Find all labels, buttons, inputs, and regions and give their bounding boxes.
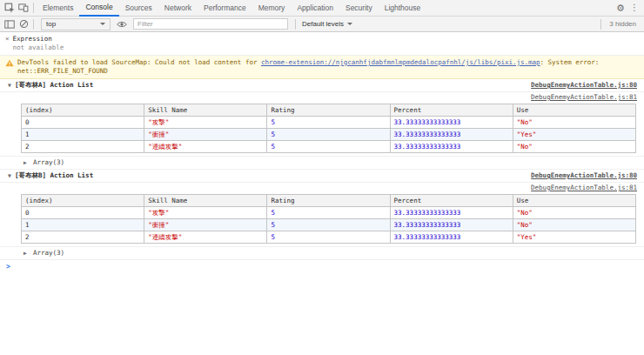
prompt-chevron-icon: > [6,263,10,271]
clear-console-icon[interactable] [17,17,30,31]
cell-percent: 33.33333333333333 [390,219,513,231]
column-header-index[interactable]: (index) [22,195,144,207]
array-label[interactable]: Array(3) [33,158,64,167]
column-header-rating[interactable]: Rating [267,195,390,207]
tab-lighthouse[interactable]: Lighthouse [379,0,427,17]
kebab-menu-icon[interactable]: ⋮ [627,1,641,15]
cell-index: 1 [22,219,144,231]
console-messages-pane: × Expression not available DevTools fail… [0,32,644,355]
cell-skill-name: "連續攻擊" [144,231,267,244]
cell-index: 0 [22,207,144,219]
cell-use: "No" [513,219,635,231]
group-header[interactable]: ▼ [哥布林A] Action List DebugEnemyActionTab… [0,79,644,92]
cell-skill-name: "攻撃" [144,117,267,129]
warning-icon [5,58,14,76]
source-link[interactable]: DebugEnemyActionTable.js:81 [531,93,637,102]
console-table-message: DebugEnemyActionTable.js:81 (index) Skil… [0,183,644,247]
log-levels-label: Default levels [302,20,344,28]
filter-input[interactable] [133,18,288,30]
expand-triangle-icon[interactable]: ▶ [23,158,27,167]
tab-performance[interactable]: Performance [198,0,252,17]
cell-rating: 5 [267,231,390,244]
console-table: (index) Skill Name Rating Percent Use 0 … [21,194,636,244]
cell-skill-name: "衝撞" [144,129,267,141]
tab-application[interactable]: Application [291,0,339,17]
table-row: 2 "連續攻擊" 5 33.33333333333333 "Yes" [22,231,636,244]
table-row: 1 "衝撞" 5 33.33333333333333 "Yes" [22,129,636,141]
tab-elements[interactable]: Elements [37,0,79,17]
table-header-row: (index) Skill Name Rating Percent Use [22,104,636,117]
devtools-main-toolbar: Elements Console Sources Network Perform… [0,0,644,17]
toolbar-divider [295,19,296,30]
column-header-use[interactable]: Use [513,195,635,207]
source-link[interactable]: DebugEnemyActionTable.js:81 [531,184,637,192]
hidden-messages-count: 3 hidden [604,20,641,28]
inspect-element-icon[interactable] [3,1,17,15]
tab-network[interactable]: Network [158,0,198,17]
cell-skill-name: "攻撃" [144,207,267,219]
live-expression: × Expression not available [0,32,644,56]
column-header-percent[interactable]: Percent [390,104,513,117]
group-title: [哥布林B] Action List [15,171,93,180]
tab-security[interactable]: Security [339,0,379,17]
log-levels-dropdown[interactable]: Default levels [299,20,356,28]
table-row: 1 "衝撞" 5 33.33333333333333 "No" [22,219,636,231]
column-header-index[interactable]: (index) [22,104,144,117]
array-preview: ▶ Array(3) [0,157,644,170]
tab-console[interactable]: Console [79,0,118,17]
source-link[interactable]: DebugEnemyActionTable.js:80 [531,171,637,180]
cell-use: "No" [513,207,635,219]
create-live-expression-eye-icon[interactable] [115,17,129,31]
source-link-line: DebugEnemyActionTable.js:81 [0,92,644,103]
expand-triangle-icon[interactable]: ▶ [23,249,27,258]
warning-text-prefix: DevTools failed to load SourceMap: Could… [17,58,261,66]
cell-percent: 33.33333333333333 [390,231,513,244]
collapse-triangle-icon[interactable]: ▼ [8,81,11,90]
console-group-goblin-b: ▼ [哥布林B] Action List DebugEnemyActionTab… [0,170,644,260]
column-header-skill-name[interactable]: Skill Name [144,104,267,117]
console-table: (index) Skill Name Rating Percent Use 0 … [21,104,636,153]
console-table-wrap: (index) Skill Name Rating Percent Use 0 … [0,193,644,246]
toolbar-divider [33,19,34,30]
cell-rating: 5 [267,219,390,231]
settings-gear-icon[interactable]: ⚙ [614,1,627,15]
cell-use: "No" [513,141,635,153]
table-header-row: (index) Skill Name Rating Percent Use [22,195,636,207]
table-row: 2 "連續攻擊" 5 33.33333333333333 "No" [22,141,636,153]
cell-skill-name: "連續攻擊" [144,141,267,153]
cell-use: "Yes" [513,129,635,141]
device-toolbar-icon[interactable] [17,1,30,15]
remove-expression-icon[interactable]: × [5,35,10,52]
live-expression-result: not available [13,44,64,52]
tab-sources[interactable]: Sources [119,0,158,17]
console-table-message: DebugEnemyActionTable.js:81 (index) Skil… [0,92,644,157]
table-row: 0 "攻撃" 5 33.33333333333333 "No" [22,117,636,129]
column-header-rating[interactable]: Rating [267,104,390,117]
tab-memory[interactable]: Memory [252,0,292,17]
javascript-context-selector[interactable]: top [41,18,111,30]
live-expression-text[interactable]: Expression [13,35,64,44]
column-header-skill-name[interactable]: Skill Name [144,195,267,207]
array-label[interactable]: Array(3) [33,249,64,258]
console-group-goblin-a: ▼ [哥布林A] Action List DebugEnemyActionTab… [0,79,644,170]
warning-text: DevTools failed to load SourceMap: Could… [17,58,637,76]
cell-rating: 5 [267,141,390,153]
cell-use: "Yes" [513,231,635,244]
column-header-use[interactable]: Use [513,104,635,117]
console-table-wrap: (index) Skill Name Rating Percent Use 0 … [0,103,644,156]
toolbar-divider [33,3,34,13]
console-sidebar-toggle-icon[interactable] [3,17,17,31]
column-header-percent[interactable]: Percent [390,195,513,207]
context-selector-label: top [46,20,56,28]
table-row: 0 "攻撃" 5 33.33333333333333 "No" [22,207,636,219]
cell-percent: 33.33333333333333 [390,117,513,129]
cell-rating: 5 [267,129,390,141]
devtools-window: Elements Console Sources Network Perform… [0,0,644,355]
collapse-triangle-icon[interactable]: ▼ [8,171,11,180]
group-header[interactable]: ▼ [哥布林B] Action List DebugEnemyActionTab… [0,170,644,183]
console-prompt[interactable]: > [0,260,644,274]
console-warning-message: DevTools failed to load SourceMap: Could… [0,56,644,79]
source-link[interactable]: DebugEnemyActionTable.js:80 [531,81,637,90]
sourcemap-url-link[interactable]: chrome-extension://njgcanhfjdabfmnlmpmde… [261,58,540,66]
chevron-down-icon [347,23,352,25]
